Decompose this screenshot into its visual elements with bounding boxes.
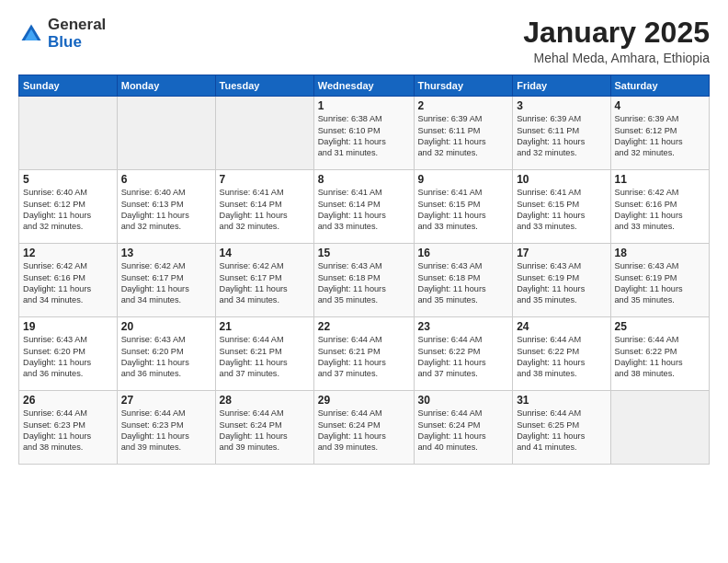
day-number: 25: [615, 320, 706, 333]
calendar-table: SundayMondayTuesdayWednesdayThursdayFrid…: [18, 75, 710, 465]
day-number: 28: [220, 394, 310, 407]
day-number: 24: [517, 320, 606, 333]
day-info: Sunrise: 6:43 AM Sunset: 6:19 PM Dayligh…: [615, 260, 706, 306]
calendar-week-row: 1Sunrise: 6:38 AM Sunset: 6:10 PM Daylig…: [19, 97, 710, 170]
day-number: 8: [318, 173, 410, 186]
day-info: Sunrise: 6:39 AM Sunset: 6:11 PM Dayligh…: [517, 113, 606, 159]
day-info: Sunrise: 6:43 AM Sunset: 6:20 PM Dayligh…: [23, 334, 113, 380]
day-info: Sunrise: 6:41 AM Sunset: 6:15 PM Dayligh…: [517, 187, 606, 233]
day-info: Sunrise: 6:44 AM Sunset: 6:23 PM Dayligh…: [121, 408, 211, 454]
calendar-week-row: 26Sunrise: 6:44 AM Sunset: 6:23 PM Dayli…: [19, 391, 710, 465]
calendar-cell: 16Sunrise: 6:43 AM Sunset: 6:18 PM Dayli…: [414, 244, 513, 317]
day-info: Sunrise: 6:44 AM Sunset: 6:22 PM Dayligh…: [517, 334, 606, 380]
day-number: 5: [23, 173, 113, 186]
logo-icon: [18, 21, 44, 47]
logo-blue-text: Blue: [48, 33, 82, 51]
day-info: Sunrise: 6:41 AM Sunset: 6:14 PM Dayligh…: [318, 187, 410, 233]
day-info: Sunrise: 6:44 AM Sunset: 6:22 PM Dayligh…: [615, 334, 706, 380]
calendar-cell: 24Sunrise: 6:44 AM Sunset: 6:22 PM Dayli…: [513, 317, 610, 391]
day-of-week-header: Friday: [513, 75, 610, 97]
day-number: 14: [220, 247, 310, 259]
day-number: 18: [615, 247, 706, 259]
calendar-cell: 8Sunrise: 6:41 AM Sunset: 6:14 PM Daylig…: [313, 170, 414, 244]
calendar-cell: [19, 97, 118, 170]
calendar-cell: 6Sunrise: 6:40 AM Sunset: 6:13 PM Daylig…: [117, 170, 215, 244]
day-info: Sunrise: 6:42 AM Sunset: 6:17 PM Dayligh…: [220, 260, 310, 306]
day-info: Sunrise: 6:44 AM Sunset: 6:21 PM Dayligh…: [220, 334, 310, 380]
day-info: Sunrise: 6:40 AM Sunset: 6:13 PM Dayligh…: [121, 187, 211, 233]
day-number: 31: [517, 394, 606, 407]
calendar-header-row: SundayMondayTuesdayWednesdayThursdayFrid…: [19, 75, 710, 97]
day-info: Sunrise: 6:44 AM Sunset: 6:24 PM Dayligh…: [318, 408, 410, 454]
day-of-week-header: Sunday: [19, 75, 118, 97]
location-subtitle: Mehal Meda, Amhara, Ethiopia: [523, 51, 710, 65]
day-number: 26: [23, 394, 113, 407]
day-info: Sunrise: 6:44 AM Sunset: 6:21 PM Dayligh…: [318, 334, 410, 380]
day-number: 20: [121, 320, 211, 333]
calendar-cell: 12Sunrise: 6:42 AM Sunset: 6:16 PM Dayli…: [19, 244, 118, 317]
day-info: Sunrise: 6:43 AM Sunset: 6:20 PM Dayligh…: [121, 334, 211, 380]
day-info: Sunrise: 6:44 AM Sunset: 6:23 PM Dayligh…: [23, 408, 113, 454]
day-info: Sunrise: 6:43 AM Sunset: 6:18 PM Dayligh…: [418, 260, 509, 306]
day-number: 11: [615, 173, 706, 186]
day-number: 4: [615, 99, 706, 112]
day-number: 19: [23, 320, 113, 333]
day-info: Sunrise: 6:44 AM Sunset: 6:22 PM Dayligh…: [418, 334, 509, 380]
day-info: Sunrise: 6:42 AM Sunset: 6:17 PM Dayligh…: [121, 260, 211, 306]
day-info: Sunrise: 6:44 AM Sunset: 6:24 PM Dayligh…: [418, 408, 509, 454]
day-of-week-header: Wednesday: [313, 75, 414, 97]
calendar-week-row: 5Sunrise: 6:40 AM Sunset: 6:12 PM Daylig…: [19, 170, 710, 244]
day-number: 27: [121, 394, 211, 407]
day-number: 12: [23, 247, 113, 259]
day-info: Sunrise: 6:44 AM Sunset: 6:25 PM Dayligh…: [517, 408, 606, 454]
calendar-cell: 4Sunrise: 6:39 AM Sunset: 6:12 PM Daylig…: [610, 97, 710, 170]
calendar-cell: 9Sunrise: 6:41 AM Sunset: 6:15 PM Daylig…: [414, 170, 513, 244]
day-info: Sunrise: 6:40 AM Sunset: 6:12 PM Dayligh…: [23, 187, 113, 233]
day-of-week-header: Tuesday: [215, 75, 313, 97]
day-number: 23: [418, 320, 509, 333]
day-of-week-header: Thursday: [414, 75, 513, 97]
calendar-cell: 15Sunrise: 6:43 AM Sunset: 6:18 PM Dayli…: [313, 244, 414, 317]
calendar-cell: [215, 97, 313, 170]
calendar-cell: 30Sunrise: 6:44 AM Sunset: 6:24 PM Dayli…: [414, 391, 513, 465]
day-number: 7: [220, 173, 310, 186]
day-number: 22: [318, 320, 410, 333]
calendar-cell: 14Sunrise: 6:42 AM Sunset: 6:17 PM Dayli…: [215, 244, 313, 317]
calendar-cell: 25Sunrise: 6:44 AM Sunset: 6:22 PM Dayli…: [610, 317, 710, 391]
day-of-week-header: Monday: [117, 75, 215, 97]
calendar-cell: 3Sunrise: 6:39 AM Sunset: 6:11 PM Daylig…: [513, 97, 610, 170]
day-number: 15: [318, 247, 410, 259]
calendar-week-row: 19Sunrise: 6:43 AM Sunset: 6:20 PM Dayli…: [19, 317, 710, 391]
calendar-week-row: 12Sunrise: 6:42 AM Sunset: 6:16 PM Dayli…: [19, 244, 710, 317]
calendar-cell: 19Sunrise: 6:43 AM Sunset: 6:20 PM Dayli…: [19, 317, 118, 391]
day-number: 6: [121, 173, 211, 186]
day-number: 13: [121, 247, 211, 259]
month-title: January 2025: [523, 17, 710, 49]
day-number: 30: [418, 394, 509, 407]
calendar-cell: 18Sunrise: 6:43 AM Sunset: 6:19 PM Dayli…: [610, 244, 710, 317]
calendar-cell: 5Sunrise: 6:40 AM Sunset: 6:12 PM Daylig…: [19, 170, 118, 244]
calendar-cell: 22Sunrise: 6:44 AM Sunset: 6:21 PM Dayli…: [313, 317, 414, 391]
logo-general-text: General: [48, 16, 106, 33]
day-number: 2: [418, 99, 509, 112]
day-number: 3: [517, 99, 606, 112]
day-number: 29: [318, 394, 410, 407]
calendar-cell: 29Sunrise: 6:44 AM Sunset: 6:24 PM Dayli…: [313, 391, 414, 465]
calendar-cell: 1Sunrise: 6:38 AM Sunset: 6:10 PM Daylig…: [313, 97, 414, 170]
calendar-cell: [117, 97, 215, 170]
day-info: Sunrise: 6:42 AM Sunset: 6:16 PM Dayligh…: [615, 187, 706, 233]
header: General Blue January 2025 Mehal Meda, Am…: [18, 17, 710, 65]
calendar-cell: 20Sunrise: 6:43 AM Sunset: 6:20 PM Dayli…: [117, 317, 215, 391]
calendar-cell: 31Sunrise: 6:44 AM Sunset: 6:25 PM Dayli…: [513, 391, 610, 465]
day-info: Sunrise: 6:41 AM Sunset: 6:14 PM Dayligh…: [220, 187, 310, 233]
calendar-cell: 17Sunrise: 6:43 AM Sunset: 6:19 PM Dayli…: [513, 244, 610, 317]
day-info: Sunrise: 6:38 AM Sunset: 6:10 PM Dayligh…: [318, 113, 410, 159]
calendar-cell: 7Sunrise: 6:41 AM Sunset: 6:14 PM Daylig…: [215, 170, 313, 244]
calendar-cell: 11Sunrise: 6:42 AM Sunset: 6:16 PM Dayli…: [610, 170, 710, 244]
calendar-cell: 23Sunrise: 6:44 AM Sunset: 6:22 PM Dayli…: [414, 317, 513, 391]
day-info: Sunrise: 6:44 AM Sunset: 6:24 PM Dayligh…: [220, 408, 310, 454]
day-number: 16: [418, 247, 509, 259]
logo: General Blue: [18, 17, 106, 51]
day-info: Sunrise: 6:43 AM Sunset: 6:19 PM Dayligh…: [517, 260, 606, 306]
calendar-cell: 13Sunrise: 6:42 AM Sunset: 6:17 PM Dayli…: [117, 244, 215, 317]
